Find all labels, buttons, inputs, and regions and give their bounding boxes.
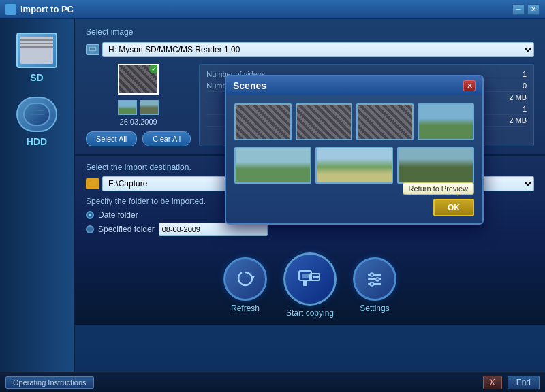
start-copying-button[interactable]: Start copying	[283, 252, 337, 318]
end-button[interactable]: End	[508, 376, 540, 389]
scene-thumb-7[interactable]	[397, 147, 474, 184]
thumb-img[interactable]: ✓	[118, 64, 159, 95]
scene-thumb-2[interactable]	[296, 103, 353, 140]
refresh-button[interactable]: Refresh	[223, 257, 267, 313]
scene-grid-bottom	[234, 147, 474, 184]
op-instructions-button[interactable]: Operating Instructions	[5, 376, 94, 389]
x-button[interactable]: X	[483, 376, 502, 389]
hdd-label: HDD	[27, 136, 47, 147]
sd-label: SD	[30, 72, 43, 83]
scene-grid-top	[234, 103, 474, 140]
dialog-close-button[interactable]: ✕	[463, 80, 476, 91]
hdd-inner	[23, 103, 50, 126]
thumb-item: ✓ 26.03.2009	[86, 64, 191, 126]
window-title: Import to PC	[20, 4, 74, 14]
radio-date-folder-btn[interactable]	[86, 211, 94, 219]
bottom-bar: Operating Instructions X End	[0, 372, 545, 392]
radio-specified-folder-label: Specified folder	[98, 225, 155, 234]
scene-thumb-6[interactable]	[315, 147, 392, 184]
sidebar: SD HDD	[0, 19, 75, 372]
action-bar: Refresh Start copying	[75, 246, 545, 325]
sidebar-item-sd[interactable]: SD	[16, 33, 57, 83]
hdd-icon	[16, 97, 57, 132]
sidebar-item-hdd[interactable]: HDD	[16, 97, 57, 147]
svg-rect-5	[302, 274, 309, 278]
clear-all-button[interactable]: Clear All	[142, 131, 191, 146]
svg-point-11	[371, 273, 374, 276]
svg-point-12	[376, 278, 379, 281]
thumb-date: 26.03.2009	[120, 118, 157, 126]
scene-thumb-1[interactable]	[234, 103, 292, 140]
settings-icon	[353, 257, 396, 301]
svg-point-13	[371, 282, 374, 286]
info-val-4: 1	[523, 105, 527, 113]
title-bar-left: Import to PC	[5, 4, 74, 15]
sd-icon	[16, 33, 57, 68]
btn-row: Select All Clear All	[86, 131, 191, 146]
radio-date-folder-label: Date folder	[98, 210, 138, 220]
ok-button[interactable]: OK	[433, 199, 474, 216]
refresh-label: Refresh	[231, 304, 260, 313]
scene-thumb-5[interactable]	[234, 147, 311, 184]
settings-label: Settings	[360, 304, 389, 313]
specified-folder-input[interactable]	[159, 223, 268, 236]
start-copying-icon	[283, 252, 337, 306]
image-section-title: Select image	[86, 27, 534, 37]
device-icon	[86, 44, 99, 55]
dialog-titlebar: Scenes ✕	[226, 76, 482, 95]
thumbnail-area: ✓ 26.03.2009 Select All Clear All	[86, 64, 191, 146]
app-icon	[5, 4, 16, 15]
num-pictures-val: 0	[523, 82, 527, 90]
title-bar-controls: ─ ✕	[512, 4, 540, 15]
device-select[interactable]: H: Myson SD/MMC/MS Reader 1.00	[102, 42, 534, 57]
info-val-5: 2 MB	[509, 116, 527, 125]
svg-rect-7	[303, 280, 307, 286]
svg-rect-2	[91, 52, 94, 53]
scene-thumb-3[interactable]	[356, 103, 414, 140]
num-videos-val: 1	[523, 70, 527, 78]
settings-button[interactable]: Settings	[353, 257, 396, 313]
dialog-tooltip: Return to Preview	[403, 182, 474, 195]
select-all-button[interactable]: Select All	[86, 131, 137, 146]
start-copying-label: Start copying	[286, 308, 334, 318]
close-button[interactable]: ✕	[527, 4, 540, 15]
refresh-icon	[223, 257, 267, 301]
radio-specified-folder[interactable]: Specified folder	[86, 223, 534, 236]
radio-specified-folder-btn[interactable]	[86, 225, 94, 233]
dialog-footer: Return to Preview OK	[226, 199, 482, 223]
title-bar: Import to PC ─ ✕	[0, 0, 545, 19]
scene-thumb-4[interactable]	[418, 103, 475, 140]
minimize-button[interactable]: ─	[512, 4, 525, 15]
device-select-row: H: Myson SD/MMC/MS Reader 1.00	[86, 42, 534, 57]
bottom-right: X End	[483, 376, 540, 389]
info-val-3: 2 MB	[509, 93, 527, 101]
folder-icon	[86, 178, 99, 189]
svg-rect-1	[90, 48, 95, 50]
dialog-title: Scenes	[233, 80, 266, 91]
scenes-dialog: Scenes ✕ Return to Preview OK	[225, 75, 484, 225]
